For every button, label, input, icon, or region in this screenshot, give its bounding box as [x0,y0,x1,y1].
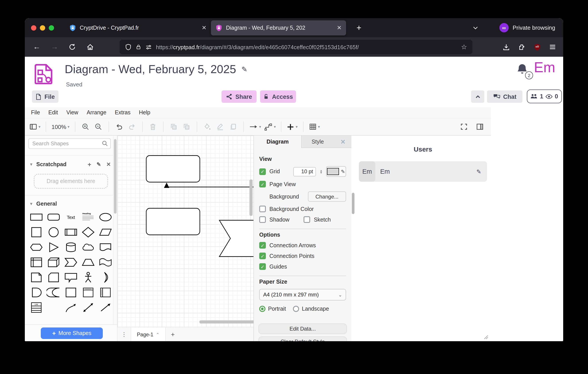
diagram-canvas[interactable]: What is this?! Actor [117,135,253,341]
list-all-tabs-chevron-icon[interactable] [469,21,482,34]
paper-size-select[interactable]: A4 (210 mm x 297 mm) ⌄ [259,289,346,301]
url-bar[interactable]: https://cryptpad.fr/diagram/#/3/diagram/… [120,40,472,54]
avatar[interactable]: Em [534,59,555,76]
shape-data-storage[interactable] [45,285,62,300]
format-panel-toggle-button[interactable] [475,121,485,133]
page-view-checkbox[interactable]: ✓ [259,181,266,187]
shape-hexagon[interactable] [28,240,45,255]
scratchpad-edit-icon[interactable]: ✎ [97,161,101,167]
node-step-shape[interactable] [219,220,253,257]
shape-circle[interactable] [45,225,62,240]
format-panel-scrollbar[interactable] [351,135,355,341]
pages-menu-icon[interactable]: ⋮ [117,327,131,341]
close-window-button[interactable] [31,25,36,30]
session-users-indicator[interactable]: 1 0 [527,90,562,103]
shadow-checkbox[interactable] [259,216,266,223]
menu-arrange[interactable]: Arrange [87,109,106,116]
grid-size-stepper[interactable]: ▲▼ [320,169,323,174]
menu-help[interactable]: Help [139,109,150,116]
minimize-window-button[interactable] [40,25,45,30]
shape-step[interactable] [62,255,79,270]
shapes-panel-scrollbar[interactable] [113,135,117,324]
notifications-bell[interactable]: 2 [516,63,529,78]
menu-extras[interactable]: Extras [115,109,130,116]
forward-button[interactable]: → [48,40,61,54]
home-button[interactable] [83,40,97,54]
back-button[interactable]: ← [30,40,43,54]
edit-user-pencil-icon[interactable]: ✎ [476,168,481,175]
fill-color-button[interactable] [202,121,212,133]
rename-pencil-icon[interactable]: ✎ [242,65,247,73]
shape-curve[interactable] [62,300,79,313]
general-section-header[interactable]: ▼ General [25,201,117,207]
reload-button[interactable] [66,40,79,54]
add-page-button[interactable]: + [166,327,180,341]
collapse-toolbar-button[interactable] [471,90,484,103]
menu-hamburger-icon[interactable] [549,43,556,51]
scratchpad-add-icon[interactable]: + [87,161,91,168]
shape-bidirectional-arrow[interactable] [79,300,97,313]
shape-cloud[interactable] [79,240,97,255]
shape-rectangle[interactable] [28,210,45,225]
canvas-horizontal-scrollbar[interactable] [200,320,253,323]
shape-internal-storage[interactable] [28,255,45,270]
shape-cylinder[interactable] [62,240,79,255]
downloads-icon[interactable] [503,43,510,51]
waypoint-style-button[interactable]: ▾ [264,121,276,133]
shape-container[interactable] [62,285,79,300]
shape-callout[interactable] [62,270,79,285]
shape-note[interactable] [28,270,45,285]
menu-view[interactable]: View [66,109,78,116]
resize-grip-icon[interactable] [483,334,488,339]
scrollbar-thumb[interactable] [114,139,116,214]
close-panel-icon[interactable]: ✕ [335,135,351,147]
node-rounded-rectangle-2[interactable] [146,208,200,235]
to-front-button[interactable] [169,121,178,133]
zoom-in-button[interactable] [81,121,90,133]
change-background-button[interactable]: Change... [308,191,346,202]
menu-file[interactable]: File [31,109,40,116]
edit-data-button[interactable]: Edit Data... [258,323,347,334]
extensions-puzzle-icon[interactable] [518,43,525,51]
background-color-checkbox[interactable] [259,206,266,212]
delete-button[interactable] [148,121,158,133]
tab-diagram[interactable]: Diagram [254,135,302,148]
guides-checkbox[interactable]: ✓ [259,263,266,270]
new-tab-button[interactable]: + [352,21,366,34]
insert-button[interactable]: ▾ [287,121,298,133]
shape-ellipse[interactable] [97,210,114,225]
node-rounded-rectangle-1[interactable] [146,156,200,182]
shape-actor[interactable] [79,270,97,285]
tab-style[interactable]: Style [302,135,334,147]
landscape-radio[interactable] [293,306,299,312]
shape-list[interactable]: List [28,300,45,313]
connection-arrows-checkbox[interactable]: ✓ [259,242,266,249]
shape-text[interactable]: Text [62,210,79,225]
scratchpad-close-icon[interactable]: ✕ [106,161,111,167]
scratchpad-section-header[interactable]: ▼ Scratchpad + ✎ ✕ [25,161,117,168]
fullscreen-button[interactable] [459,121,469,133]
shape-and[interactable] [28,285,45,300]
shape-document[interactable] [97,240,114,255]
file-menu-button[interactable]: File [32,90,59,103]
tab-cryptdrive[interactable]: CryptDrive - CryptPad.fr ✕ [65,20,211,35]
undo-button[interactable] [114,121,124,133]
shape-textbox[interactable]: Heading [79,210,97,225]
connection-points-checkbox[interactable]: ✓ [259,253,266,259]
shape-tape[interactable] [97,255,114,270]
user-row[interactable]: Em Em ✎ [359,161,487,182]
shape-process[interactable] [62,225,79,240]
table-button[interactable]: ▾ [309,121,320,133]
canvas-vertical-scrollbar[interactable] [250,179,252,216]
grid-size-input[interactable]: 10 pt [293,167,316,176]
shape-horizontal-container[interactable] [97,285,114,300]
shape-parallelogram[interactable] [97,225,114,240]
grid-color-picker[interactable]: ✎ [326,166,346,177]
tab-diagram-active[interactable]: Diagram - Wed, February 5, 202 ✕ [211,20,346,35]
shape-arrow[interactable] [97,300,114,313]
shape-diamond[interactable] [79,225,97,240]
permissions-icon[interactable] [145,44,152,50]
line-color-button[interactable] [215,121,225,133]
shape-triangle[interactable] [45,240,62,255]
zoom-out-button[interactable] [94,121,103,133]
